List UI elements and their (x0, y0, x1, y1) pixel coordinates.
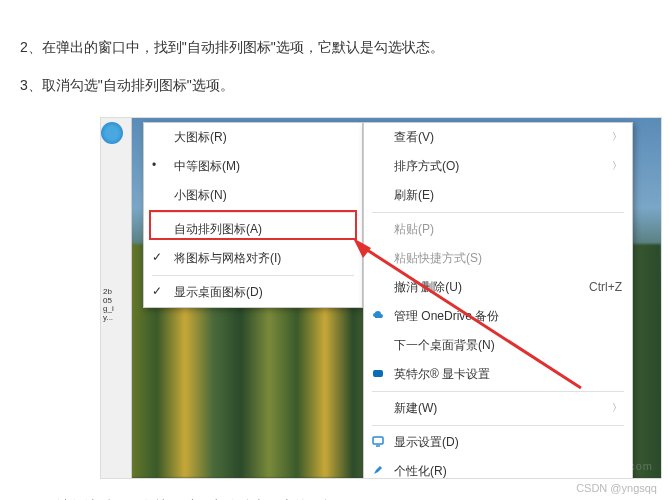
svg-rect-1 (373, 437, 383, 444)
small-icons-item[interactable]: 小图标(N) (144, 181, 362, 210)
left-strip: 2b 05 g_i y... (101, 118, 132, 478)
sort-item[interactable]: 排序方式(O)〉 (364, 152, 632, 181)
separator (152, 212, 354, 213)
undo-item[interactable]: 撤消 删除(U)Ctrl+Z (364, 273, 632, 302)
separator (372, 212, 624, 213)
shortcut-label: Ctrl+Z (589, 280, 622, 294)
view-item[interactable]: 查看(V)〉 (364, 123, 632, 152)
step-3: 3、取消勾选"自动排列图标"选项。 (20, 74, 649, 96)
view-submenu: 大图标(R) • 中等图标(M) 小图标(N) 自动排列图标(A) ✓ 将图标与… (143, 122, 363, 308)
bullet-icon: • (152, 158, 156, 172)
thumb-label: 2b 05 g_i y... (103, 288, 125, 323)
cloud-icon (372, 309, 384, 321)
chevron-right-icon: 〉 (612, 401, 622, 415)
auto-arrange-item[interactable]: 自动排列图标(A) (144, 215, 362, 244)
app-icon (101, 122, 123, 144)
medium-icons-item[interactable]: • 中等图标(M) (144, 152, 362, 181)
intel-item[interactable]: 英特尔® 显卡设置 (364, 360, 632, 389)
context-menu: 查看(V)〉 排序方式(O)〉 刷新(E) 粘贴(P) 粘贴快捷方式(S) 撤消… (363, 122, 633, 479)
personalize-icon (372, 464, 384, 476)
new-item[interactable]: 新建(W)〉 (364, 394, 632, 423)
credit: CSDN @yngsqq (576, 482, 657, 494)
large-icons-item[interactable]: 大图标(R) (144, 123, 362, 152)
intel-icon (372, 367, 384, 379)
align-grid-item[interactable]: ✓ 将图标与网格对齐(I) (144, 244, 362, 273)
separator (372, 391, 624, 392)
screenshot: 2b 05 g_i y... 大图标(R) • 中等图标(M) 小图标(N) 自… (100, 117, 662, 479)
check-icon: ✓ (152, 284, 162, 298)
paste-shortcut-item: 粘贴快捷方式(S) (364, 244, 632, 273)
paste-item: 粘贴(P) (364, 215, 632, 244)
svg-rect-0 (373, 370, 383, 377)
onedrive-item[interactable]: 管理 OneDrive 备份 (364, 302, 632, 331)
next-bg-item[interactable]: 下一个桌面背景(N) (364, 331, 632, 360)
refresh-item[interactable]: 刷新(E) (364, 181, 632, 210)
step-2: 2、在弹出的窗口中，找到"自动排列图标"选项，它默认是勾选状态。 (20, 36, 649, 58)
step-4: 4、取消勾选后，现在就可以随意移动桌面上的图标了。 (20, 495, 649, 500)
check-icon: ✓ (152, 250, 162, 264)
display-icon (372, 435, 384, 447)
separator (152, 275, 354, 276)
show-icons-item[interactable]: ✓ 显示桌面图标(D) (144, 278, 362, 307)
watermark: www.xitongcheng.com (525, 460, 653, 472)
chevron-right-icon: 〉 (612, 130, 622, 144)
display-item[interactable]: 显示设置(D) (364, 428, 632, 457)
separator (372, 425, 624, 426)
chevron-right-icon: 〉 (612, 159, 622, 173)
